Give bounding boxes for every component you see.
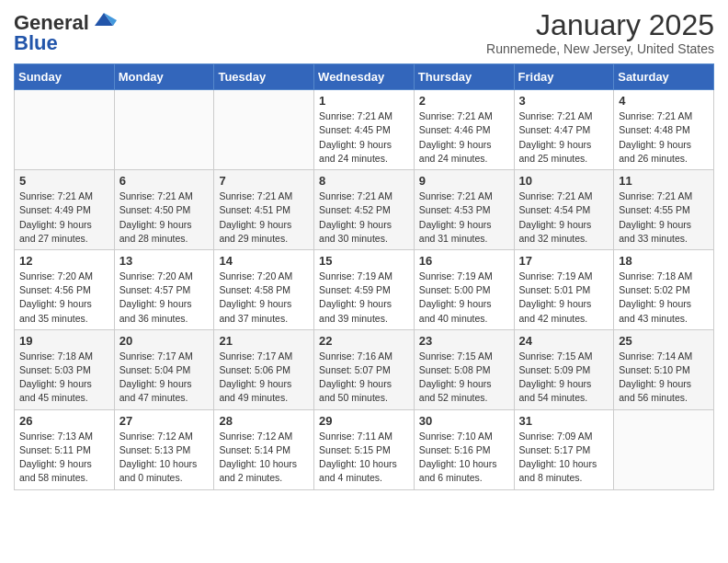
day-info: Sunrise: 7:20 AM Sunset: 4:57 PM Dayligh… [119, 270, 210, 326]
day-number: 27 [119, 414, 210, 428]
table-row: 5Sunrise: 7:21 AM Sunset: 4:49 PM Daylig… [15, 170, 115, 250]
table-row: 13Sunrise: 7:20 AM Sunset: 4:57 PM Dayli… [114, 249, 214, 329]
day-info: Sunrise: 7:09 AM Sunset: 5:17 PM Dayligh… [519, 430, 609, 486]
day-number: 22 [319, 334, 409, 348]
table-row [614, 409, 714, 489]
day-number: 18 [619, 254, 709, 268]
table-row: 31Sunrise: 7:09 AM Sunset: 5:17 PM Dayli… [514, 409, 614, 489]
day-number: 7 [219, 174, 309, 188]
calendar-week-row: 26Sunrise: 7:13 AM Sunset: 5:11 PM Dayli… [15, 409, 714, 489]
day-number: 21 [219, 334, 309, 348]
table-row: 16Sunrise: 7:19 AM Sunset: 5:00 PM Dayli… [414, 249, 514, 329]
col-friday: Friday [514, 64, 614, 90]
day-number: 17 [519, 254, 609, 268]
calendar-week-row: 19Sunrise: 7:18 AM Sunset: 5:03 PM Dayli… [15, 329, 714, 409]
day-number: 1 [319, 94, 409, 108]
day-number: 5 [19, 174, 109, 188]
location: Runnemede, New Jersey, United States [486, 41, 714, 56]
day-info: Sunrise: 7:21 AM Sunset: 4:50 PM Dayligh… [119, 190, 210, 246]
table-row: 4Sunrise: 7:21 AM Sunset: 4:48 PM Daylig… [614, 90, 714, 170]
table-row: 20Sunrise: 7:17 AM Sunset: 5:04 PM Dayli… [114, 329, 214, 409]
table-row: 8Sunrise: 7:21 AM Sunset: 4:52 PM Daylig… [314, 170, 415, 250]
header: General Blue January 2025 Runnemede, New… [14, 9, 714, 56]
day-info: Sunrise: 7:21 AM Sunset: 4:48 PM Dayligh… [619, 109, 709, 166]
day-number: 4 [619, 94, 709, 108]
day-info: Sunrise: 7:20 AM Sunset: 4:56 PM Dayligh… [19, 270, 109, 326]
logo: General [14, 9, 117, 33]
calendar-week-row: 12Sunrise: 7:20 AM Sunset: 4:56 PM Dayli… [15, 249, 714, 329]
day-number: 15 [319, 254, 409, 268]
day-number: 14 [219, 254, 309, 268]
title-area: January 2025 Runnemede, New Jersey, Unit… [486, 9, 714, 56]
day-info: Sunrise: 7:14 AM Sunset: 5:10 PM Dayligh… [619, 350, 709, 406]
day-info: Sunrise: 7:12 AM Sunset: 5:14 PM Dayligh… [219, 430, 309, 486]
logo-icon [91, 9, 117, 29]
day-info: Sunrise: 7:19 AM Sunset: 4:59 PM Dayligh… [319, 270, 409, 326]
day-info: Sunrise: 7:15 AM Sunset: 5:09 PM Dayligh… [519, 350, 609, 406]
day-info: Sunrise: 7:21 AM Sunset: 4:53 PM Dayligh… [419, 190, 509, 246]
day-info: Sunrise: 7:21 AM Sunset: 4:51 PM Dayligh… [219, 190, 309, 246]
table-row: 22Sunrise: 7:16 AM Sunset: 5:07 PM Dayli… [314, 329, 415, 409]
logo-area: General Blue [14, 9, 117, 55]
table-row: 7Sunrise: 7:21 AM Sunset: 4:51 PM Daylig… [214, 170, 314, 250]
table-row: 24Sunrise: 7:15 AM Sunset: 5:09 PM Dayli… [514, 329, 614, 409]
table-row: 2Sunrise: 7:21 AM Sunset: 4:46 PM Daylig… [414, 90, 514, 170]
day-info: Sunrise: 7:21 AM Sunset: 4:47 PM Dayligh… [519, 109, 609, 166]
col-thursday: Thursday [414, 64, 514, 90]
day-number: 2 [419, 94, 509, 108]
day-number: 20 [119, 334, 210, 348]
day-number: 24 [519, 334, 609, 348]
table-row: 9Sunrise: 7:21 AM Sunset: 4:53 PM Daylig… [414, 170, 514, 250]
logo-general: General [14, 9, 117, 33]
day-number: 6 [119, 174, 210, 188]
day-number: 13 [119, 254, 210, 268]
day-number: 30 [419, 414, 509, 428]
table-row [114, 90, 214, 170]
calendar: Sunday Monday Tuesday Wednesday Thursday… [14, 63, 714, 489]
table-row [15, 90, 115, 170]
day-info: Sunrise: 7:17 AM Sunset: 5:04 PM Dayligh… [119, 350, 210, 406]
day-info: Sunrise: 7:12 AM Sunset: 5:13 PM Dayligh… [119, 430, 210, 486]
month-title: January 2025 [486, 9, 714, 41]
day-number: 10 [519, 174, 609, 188]
table-row: 17Sunrise: 7:19 AM Sunset: 5:01 PM Dayli… [514, 249, 614, 329]
table-row: 28Sunrise: 7:12 AM Sunset: 5:14 PM Dayli… [214, 409, 314, 489]
table-row: 14Sunrise: 7:20 AM Sunset: 4:58 PM Dayli… [214, 249, 314, 329]
calendar-week-row: 1Sunrise: 7:21 AM Sunset: 4:45 PM Daylig… [15, 90, 714, 170]
calendar-header-row: Sunday Monday Tuesday Wednesday Thursday… [15, 64, 714, 90]
table-row: 6Sunrise: 7:21 AM Sunset: 4:50 PM Daylig… [114, 170, 214, 250]
table-row: 19Sunrise: 7:18 AM Sunset: 5:03 PM Dayli… [15, 329, 115, 409]
table-row: 1Sunrise: 7:21 AM Sunset: 4:45 PM Daylig… [314, 90, 415, 170]
day-number: 25 [619, 334, 709, 348]
day-info: Sunrise: 7:18 AM Sunset: 5:02 PM Dayligh… [619, 270, 709, 326]
table-row: 11Sunrise: 7:21 AM Sunset: 4:55 PM Dayli… [614, 170, 714, 250]
day-info: Sunrise: 7:11 AM Sunset: 5:15 PM Dayligh… [319, 430, 409, 486]
day-info: Sunrise: 7:18 AM Sunset: 5:03 PM Dayligh… [19, 350, 109, 406]
table-row: 12Sunrise: 7:20 AM Sunset: 4:56 PM Dayli… [15, 249, 115, 329]
day-info: Sunrise: 7:20 AM Sunset: 4:58 PM Dayligh… [219, 270, 309, 326]
day-info: Sunrise: 7:21 AM Sunset: 4:46 PM Dayligh… [419, 109, 509, 166]
day-info: Sunrise: 7:15 AM Sunset: 5:08 PM Dayligh… [419, 350, 509, 406]
day-info: Sunrise: 7:16 AM Sunset: 5:07 PM Dayligh… [319, 350, 409, 406]
day-number: 31 [519, 414, 609, 428]
day-info: Sunrise: 7:10 AM Sunset: 5:16 PM Dayligh… [419, 430, 509, 486]
day-number: 11 [619, 174, 709, 188]
table-row: 27Sunrise: 7:12 AM Sunset: 5:13 PM Dayli… [114, 409, 214, 489]
col-tuesday: Tuesday [214, 64, 314, 90]
day-number: 3 [519, 94, 609, 108]
day-info: Sunrise: 7:21 AM Sunset: 4:54 PM Dayligh… [519, 190, 609, 246]
table-row: 26Sunrise: 7:13 AM Sunset: 5:11 PM Dayli… [15, 409, 115, 489]
table-row: 25Sunrise: 7:14 AM Sunset: 5:10 PM Dayli… [614, 329, 714, 409]
day-number: 16 [419, 254, 509, 268]
calendar-week-row: 5Sunrise: 7:21 AM Sunset: 4:49 PM Daylig… [15, 170, 714, 250]
col-saturday: Saturday [614, 64, 714, 90]
table-row: 3Sunrise: 7:21 AM Sunset: 4:47 PM Daylig… [514, 90, 614, 170]
table-row: 23Sunrise: 7:15 AM Sunset: 5:08 PM Dayli… [414, 329, 514, 409]
day-number: 23 [419, 334, 509, 348]
day-number: 28 [219, 414, 309, 428]
table-row: 30Sunrise: 7:10 AM Sunset: 5:16 PM Dayli… [414, 409, 514, 489]
logo-blue: Blue [14, 31, 58, 55]
table-row: 10Sunrise: 7:21 AM Sunset: 4:54 PM Dayli… [514, 170, 614, 250]
day-number: 12 [19, 254, 109, 268]
day-info: Sunrise: 7:21 AM Sunset: 4:52 PM Dayligh… [319, 190, 409, 246]
